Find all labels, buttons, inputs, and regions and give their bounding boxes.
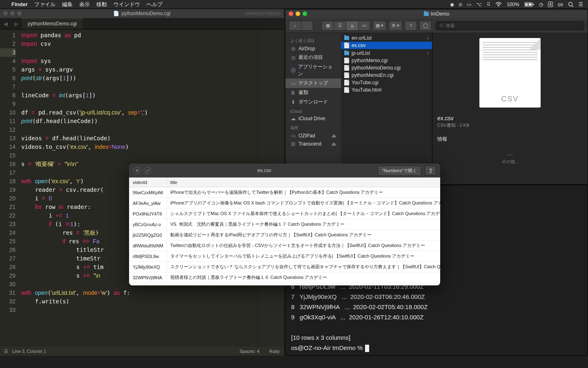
sidebar-section-locations: 場所 <box>285 123 341 132</box>
table-row[interactable]: 32WPNVj9fHA視聴者様との対談｜黒板ライブトーク番外編１６ Catch … <box>129 272 441 283</box>
editor-titlebar[interactable]: 📄 pythonMemoDemo.cgi UNREGISTERED <box>0 9 284 18</box>
battery-icon[interactable] <box>524 2 534 7</box>
spotlight-icon[interactable] <box>568 2 574 7</box>
preview-more[interactable]: ⋯その他... <box>501 151 519 165</box>
menuextra-icon[interactable]: ⌥ <box>476 2 482 7</box>
wifi-icon[interactable] <box>495 2 502 7</box>
menuextra-icon[interactable]: ▭ <box>467 2 471 7</box>
table-row[interactable]: POx9hbJY4T8シェルスクリプトでMac OS X ファイル基本操作で使え… <box>129 209 441 219</box>
view-icons-button[interactable]: ▦ <box>321 21 334 31</box>
table-cell: iPhoneで出先からサーバーを遠隔操作してTwitterを解析｜【Python… <box>167 187 441 198</box>
view-list-button[interactable]: ☰ <box>334 21 346 31</box>
file-item[interactable]: jp-urlList <box>341 49 432 57</box>
share-icon[interactable]: ⇪ <box>425 166 436 175</box>
table-row[interactable]: dRWtdu89dNMTwitterの自動化ロボットの仕組みを学習 - CSVか… <box>129 240 441 251</box>
nav-forward-icon[interactable]: ▶ <box>11 20 22 27</box>
record-icon[interactable]: ◉ <box>450 2 454 7</box>
open-with-button[interactable]: "Numbers"で開く <box>378 166 421 176</box>
finder-title: tmDemo <box>431 11 449 17</box>
close-icon[interactable]: ✕ <box>133 167 140 174</box>
sidebar-item-applications[interactable]: Ⓐアプリケーション <box>285 62 341 79</box>
file-item[interactable]: YouTube.cgi <box>341 79 432 86</box>
svg-line-5 <box>572 5 574 7</box>
menubar-list-icon[interactable]: ☰ <box>579 2 583 7</box>
svg-line-7 <box>442 26 443 27</box>
tags-button[interactable]: ◯ <box>419 21 432 31</box>
menu-view[interactable]: 表示 <box>79 1 90 8</box>
table-row[interactable]: YjJMjy90eXQスクリーンショットできない？ ならスクショアプリを自作して… <box>129 262 441 272</box>
table-header: title <box>167 178 441 187</box>
nav-forward-button[interactable]: › <box>301 21 313 31</box>
window-traffic-lights[interactable] <box>3 11 22 16</box>
file-item[interactable]: pythonMemoEn.cgi <box>341 72 432 79</box>
status-syntax[interactable]: Ruby <box>269 349 280 354</box>
finder-titlebar[interactable]: tmDemo <box>285 9 588 18</box>
table-row[interactable]: jb2Z5RQgZG0動画を連続リピート再生するiPad用ビデオアプリの作り方｜… <box>129 230 441 240</box>
file-item[interactable]: ex.csv <box>341 42 432 49</box>
sidebar-item-desktop[interactable]: ▭デスクトップ <box>285 79 341 88</box>
view-gallery-button[interactable]: ▭ <box>358 21 370 31</box>
file-item[interactable]: pythonMemoDemo.cgi <box>341 64 432 72</box>
finder-window: tmDemo ‹ › ▦ ☰ ⫼ ▭ ▦ ▾ ⚙ ▾ ⇪ ◯ 検索 よく使う項目… <box>285 9 588 185</box>
table-row[interactable]: 99wCzxMKpIMiPhoneで出先からサーバーを遠隔操作してTwitter… <box>129 187 441 198</box>
unregistered-label: UNREGISTERED <box>245 11 281 16</box>
nav-back-icon[interactable]: ◀ <box>0 20 11 27</box>
table-cell: Twitterの自動化ロボットの仕組みを学習 - CSVからツイート文をオート作… <box>167 240 441 251</box>
file-item[interactable]: en-urlList <box>341 34 432 42</box>
table-row[interactable]: r8bfjPSDL9wタイマーをセットしてインターバルで筋トレメニューを読み上げ… <box>129 251 441 262</box>
csv-thumbnail: CSV <box>479 38 541 108</box>
quicklook-header[interactable]: ✕ ⤢ ex.csv "Numbers"で開く ⇪ <box>129 164 440 177</box>
sidebar-item-downloads[interactable]: ⬇ダウンロード <box>285 97 341 107</box>
table-row[interactable]: yBCzGnxAz-oVS. 米国式 沈黙の審査員｜黒板ライブトーク番外編１７ … <box>129 219 441 230</box>
menu-help[interactable]: ヘルプ <box>147 1 163 8</box>
sidebar-item-documents[interactable]: 🗎書類 <box>285 88 341 97</box>
preview-meta: CSV書類 - 2 KB <box>437 122 469 128</box>
search-placeholder: 検索 <box>446 22 455 29</box>
nav-back-button[interactable]: ‹ <box>289 21 301 31</box>
menu-file[interactable]: ファイル <box>34 1 56 8</box>
table-cell: iPhoneアプリのアイコン画像をMac OS X bash コマンドプロンプト… <box>167 198 441 209</box>
file-item[interactable]: YouTube.html <box>341 86 432 94</box>
finder-search[interactable]: 検索 <box>436 21 584 30</box>
arrange-button[interactable]: ▦ ▾ <box>373 21 386 31</box>
editor-tab[interactable]: pythonMemoDemo.cgi <box>22 18 82 29</box>
line-gutter[interactable]: 1234567891011121314151617181920212223242… <box>0 29 20 347</box>
window-traffic-lights[interactable] <box>289 11 307 16</box>
clock-icon[interactable]: ◷ <box>539 2 543 7</box>
document-icon <box>344 87 349 93</box>
table-cell: VS. 米国式 沈黙の審査員｜黒板ライブトーク番外編１７ Catch Quest… <box>167 219 441 230</box>
menuextra-grid-icon[interactable]: ⠿ <box>487 2 490 7</box>
sidebar-item-airdrop[interactable]: ◎AirDrop <box>285 45 341 53</box>
quicklook-table[interactable]: videoId title 99wCzxMKpIMiPhoneで出先からサーバー… <box>129 177 440 285</box>
sidebar-item-device[interactable]: ▭OZiPad⏏ <box>285 132 341 140</box>
document-icon: 📄 <box>113 11 119 16</box>
fullscreen-icon[interactable]: ⤢ <box>144 167 151 174</box>
menu-edit[interactable]: 編集 <box>62 1 73 8</box>
svg-point-6 <box>440 24 443 27</box>
table-row[interactable]: AF3eAs_ylAwiPhoneアプリのアイコン画像をMac OS X bas… <box>129 198 441 209</box>
file-name: jp-urlList <box>352 50 370 56</box>
file-name: pythonMemo.cgi <box>352 58 388 63</box>
sidebar-item-icloud[interactable]: ☁iCloud Drive <box>285 114 341 123</box>
menu-window[interactable]: ウインドウ <box>114 1 140 8</box>
input-source-icon[interactable]: A <box>548 2 553 7</box>
documents-icon: 🗎 <box>290 90 296 96</box>
view-columns-button[interactable]: ⫼ <box>346 21 358 31</box>
status-hamburger-icon[interactable]: ☰ <box>4 349 8 354</box>
finder-preview-pane: CSV ex.csv CSV書類 - 2 KB 情報 ⋯その他... <box>432 33 588 184</box>
menuextra-icon[interactable]: ⎚ <box>459 2 462 7</box>
status-indent[interactable]: Spaces: 4 <box>239 349 259 354</box>
sidebar-item-drive[interactable]: ⊟Transcend⏏ <box>285 140 341 148</box>
table-cell: シェルスクリプトでMac OS X ファイル基本操作で使えるショートカットのまと… <box>167 209 441 219</box>
airdrop-icon: ◎ <box>290 46 296 52</box>
sidebar-item-recents[interactable]: ◷最近の項目 <box>285 53 341 62</box>
share-button[interactable]: ⇪ <box>405 21 417 31</box>
file-item[interactable]: pythonMemo.cgi <box>341 57 432 64</box>
action-button[interactable]: ⚙ ▾ <box>389 21 402 31</box>
menu-go[interactable]: 移動 <box>96 1 107 8</box>
battery-percent: 100% <box>507 2 519 7</box>
active-app-name[interactable]: Finder <box>11 1 28 7</box>
user-label[interactable]: os <box>558 2 563 7</box>
file-name: YouTube.html <box>352 87 381 93</box>
table-cell: dRWtdu89dNM <box>129 240 167 251</box>
